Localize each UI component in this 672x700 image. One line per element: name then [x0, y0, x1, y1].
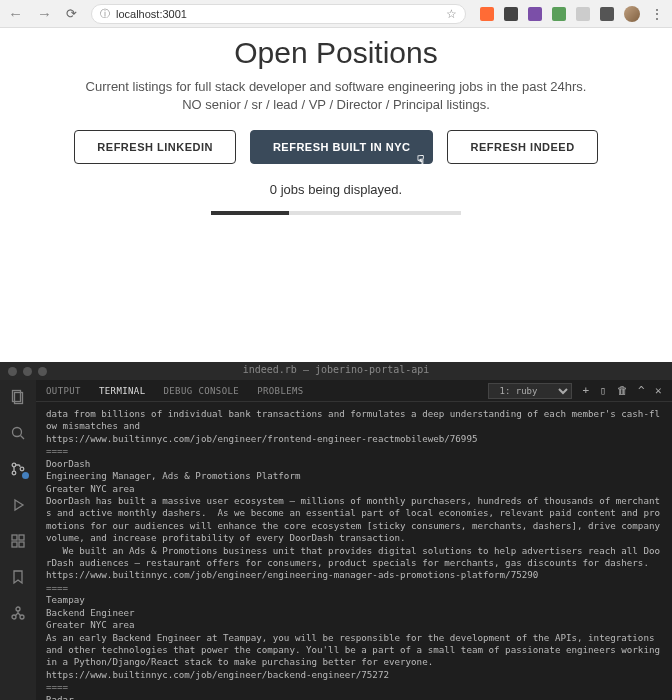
svg-point-6 [20, 467, 24, 471]
progress-bar [211, 211, 461, 215]
extension-icon[interactable] [504, 7, 518, 21]
extension-icon[interactable] [600, 7, 614, 21]
tree-icon[interactable] [9, 604, 27, 622]
refresh-indeed-button[interactable]: REFRESH INDEED [447, 130, 597, 164]
svg-line-3 [21, 436, 25, 440]
explorer-icon[interactable] [9, 388, 27, 406]
address-bar[interactable]: ⓘ localhost:3001 ☆ [91, 4, 466, 24]
url-text: localhost:3001 [116, 8, 187, 20]
refresh-buttons: REFRESH LINKEDIN REFRESH BUILT IN NYC ☟ … [20, 130, 652, 164]
terminal-output[interactable]: data from billions of individual bank tr… [36, 402, 672, 700]
extension-icons: ⋮ [480, 6, 664, 22]
page-subtitle: Current listings for full stack develope… [20, 78, 652, 114]
new-terminal-icon[interactable]: + [582, 384, 589, 397]
info-icon: ⓘ [100, 7, 110, 21]
bookmark-star-icon[interactable]: ☆ [446, 7, 457, 21]
terminal-selector[interactable]: 1: ruby [488, 383, 572, 399]
activity-bar [0, 380, 36, 700]
reload-icon[interactable]: ⟳ [66, 6, 77, 21]
panel: OUTPUT TERMINAL DEBUG CONSOLE PROBLEMS 1… [36, 380, 672, 700]
svg-rect-10 [12, 542, 17, 547]
extensions-icon[interactable] [9, 532, 27, 550]
refresh-builtinnyc-button[interactable]: REFRESH BUILT IN NYC ☟ [250, 130, 434, 164]
bookmark-icon[interactable] [9, 568, 27, 586]
forward-icon[interactable]: → [37, 5, 52, 22]
tab-terminal[interactable]: TERMINAL [99, 386, 146, 396]
svg-rect-8 [12, 535, 17, 540]
split-terminal-icon[interactable]: ▯ [600, 384, 607, 397]
tab-output[interactable]: OUTPUT [46, 386, 81, 396]
debug-icon[interactable] [9, 496, 27, 514]
close-icon[interactable]: ✕ [655, 384, 662, 397]
svg-point-2 [13, 428, 22, 437]
svg-rect-9 [19, 535, 24, 540]
extension-icon[interactable] [480, 7, 494, 21]
svg-point-12 [16, 607, 20, 611]
search-icon[interactable] [9, 424, 27, 442]
profile-avatar[interactable] [624, 6, 640, 22]
svg-point-4 [12, 463, 16, 467]
extension-icon[interactable] [552, 7, 566, 21]
tab-problems[interactable]: PROBLEMS [257, 386, 304, 396]
browser-toolbar: ← → ⟳ ⓘ localhost:3001 ☆ ⋮ [0, 0, 672, 28]
menu-icon[interactable]: ⋮ [650, 6, 664, 22]
svg-marker-7 [15, 500, 23, 510]
terminal-controls: 1: ruby + ▯ 🗑 ^ ✕ [488, 383, 662, 399]
back-icon[interactable]: ← [8, 5, 23, 22]
panel-tabs: OUTPUT TERMINAL DEBUG CONSOLE PROBLEMS 1… [36, 380, 672, 402]
svg-rect-11 [19, 542, 24, 547]
page-title: Open Positions [20, 36, 652, 70]
extension-icon[interactable] [576, 7, 590, 21]
chevron-up-icon[interactable]: ^ [638, 384, 645, 397]
source-control-icon[interactable] [9, 460, 27, 478]
svg-point-5 [12, 471, 16, 475]
job-count-status: 0 jobs being displayed. [20, 182, 652, 197]
refresh-linkedin-button[interactable]: REFRESH LINKEDIN [74, 130, 236, 164]
trash-icon[interactable]: 🗑 [617, 384, 628, 397]
page-content: Open Positions Current listings for full… [0, 28, 672, 362]
tab-debug-console[interactable]: DEBUG CONSOLE [163, 386, 239, 396]
progress-fill [211, 211, 289, 215]
cursor-pointer-icon: ☟ [417, 153, 425, 167]
code-editor: indeed.rb — joberino-portal-api [0, 362, 672, 700]
window-title: indeed.rb — joberino-portal-api [0, 364, 672, 375]
extension-icon[interactable] [528, 7, 542, 21]
